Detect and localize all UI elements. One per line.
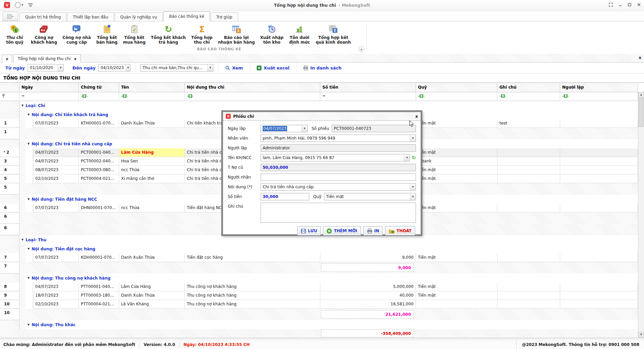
group-row[interactable]: ▼Nội dung: Thu công nợ khách hàng [0,273,644,283]
collapse-arrow-icon[interactable]: ▼ [21,104,23,107]
minimize-button[interactable] [618,2,623,7]
abc-filter-icon: aBc [562,94,569,98]
table-row[interactable]: 707/07/2023KDH00001-070...Danh Xuân Thừa… [0,253,644,262]
save-button[interactable]: LƯU [297,226,321,236]
exit-button[interactable]: THOÁT [385,226,415,236]
collapse-arrow-icon[interactable]: ▼ [28,198,30,201]
created-date-input[interactable]: 04/07/2023 ▼ [261,125,308,132]
dropdown-arrow-icon[interactable]: ▼ [126,64,130,71]
row-header-cell [0,195,19,204]
column-header-6[interactable]: Quỹ [416,83,497,92]
ribbon-item-5[interactable]: ✓Tổng kếtmua hàng [120,23,148,46]
dialog-close-button[interactable]: x [415,114,418,119]
note-textarea[interactable] [261,203,416,223]
add-new-button[interactable]: THÊM MỚI [323,226,361,236]
scrollbar-thumb[interactable] [639,98,644,127]
dropdown-arrow-icon[interactable]: ▼ [207,64,213,71]
table-row[interactable]: 1002/10/2023PTT00004-021...Lê Văn KhángT… [0,300,644,309]
filter-cell-1[interactable]: = [19,92,79,101]
scroll-up-button[interactable]: ▲ [638,92,644,98]
vertical-scrollbar[interactable]: ▲ ▼ [638,92,644,338]
menu-tab-2[interactable]: Thiết lập ban đầu [67,12,114,21]
employee-select[interactable]: pmh, Phạm Minh Hải, 0979 596 949 ▼ [261,135,416,142]
ribbon-item-8[interactable]: ΣBáo cáo lợinhuận bán hàng [215,23,258,46]
column-header-3[interactable]: Tên [119,83,185,92]
document-tab[interactable]: Tổng hợp nội dung thu chi x [13,54,81,63]
table-row[interactable]: 804/07/2023PTT00001-040...Lâm Cửa HàngTh… [0,283,644,291]
ribbon-item-6[interactable]: ↻Tổng kết kháchtrả hàng [148,23,189,46]
ribbon-item-9[interactable]: Xuất nhậptồn kho [258,23,286,46]
ribbon-item-1[interactable]: €$Thu chitồn quỹ [1,23,28,46]
ribbon-item-2[interactable]: Công nợkhách hàng [28,23,60,46]
menu-tab-4[interactable]: Báo cáo thống kê [163,11,210,21]
window-launcher-button[interactable] [3,12,18,21]
to-date-input[interactable]: 04/10/2023 ▼ [98,64,130,71]
group-row[interactable]: ▼Loại: Chi [0,101,644,110]
tabstrip-close-button[interactable]: x [639,55,641,60]
maximize-button[interactable] [627,2,632,7]
dialog-titlebar[interactable]: V Phiếu chi x [223,112,421,121]
menu-tab-1[interactable]: Quản trị hệ thống [19,12,66,21]
group-row[interactable]: ▼Nội dung: Thu khác [0,320,644,329]
creator-cell [560,174,638,183]
column-header-7[interactable]: Ghi chú [497,83,560,92]
collapse-arrow-icon[interactable]: ▼ [28,323,30,326]
collapse-arrow-icon[interactable]: ▼ [21,238,23,241]
filter-cell-8[interactable]: aBc [560,92,638,101]
print-button[interactable]: IN [363,226,383,236]
column-header-1[interactable]: Ngày [19,83,79,92]
collapse-arrow-icon[interactable]: ▼ [28,113,30,116]
group-row[interactable]: ▼Loại: Thu [0,235,644,244]
partner-select[interactable]: lam, Lâm Cửa Hàng, 0915 75 66 87 ▼ [261,154,410,161]
ribbon-collapse-button[interactable]: ▲ [359,46,364,52]
column-header-8[interactable]: Người lập [560,83,638,92]
print-list-button[interactable]: In danh sách [301,65,343,70]
dropdown-arrow-icon[interactable]: ▼ [58,64,63,71]
filter-cell-3[interactable]: aBc [119,92,185,101]
export-excel-button[interactable]: Xuất excel [255,65,291,70]
document-no-cell: PTT00004-021... [79,300,119,309]
ribbon-item-3[interactable]: Công nợ nhàcung cấp [60,23,94,46]
tab-close-icon[interactable]: x [74,57,76,61]
table-row[interactable]: 918/07/2023PTT00003-180...Danh Xuân Thừa… [0,291,644,300]
filter-cell-2[interactable]: aBc [79,92,119,101]
dropdown-arrow-icon[interactable]: ▼ [410,184,416,190]
filter-cell-7[interactable]: aBc [497,92,560,101]
group-row[interactable]: ▼Nội dung: Tiền đặt cọc hàng [0,244,644,253]
dropdown-arrow-icon[interactable]: ▼ [404,154,410,161]
close-button[interactable] [637,2,641,7]
filter-pin-cell[interactable] [0,92,19,101]
ribbon-item-11[interactable]: ΣTổng hợp kếtquả kinh doanh [313,23,354,46]
report-type-select[interactable]: Thu chi mua bán,Thu chi qu... ▼ [140,64,213,71]
refresh-icon[interactable]: ↻ [412,155,416,161]
close-all-tabs-button[interactable]: x [2,55,12,62]
amount-input[interactable]: 30,000 [261,193,309,200]
group-label: ▼Nội dung: Thu công nợ khách hàng [25,273,644,283]
dropdown-arrow-icon[interactable]: ▼ [410,193,416,200]
view-button[interactable]: Xem [223,65,245,70]
fullscreen-button[interactable] [608,2,613,7]
column-header-5[interactable]: Số tiền [320,83,416,92]
content-select[interactable]: Chi trả tiền nhà cung cấp ▼ [261,183,416,191]
filter-cell-4[interactable]: aBc [185,92,320,101]
indent-rail [19,110,25,119]
collapse-arrow-icon[interactable]: ▼ [28,277,30,280]
fund-select[interactable]: Tiền mặt ▼ [324,193,416,200]
from-date-input[interactable]: 01/10/2020 ▼ [28,64,64,71]
dropdown-arrow-icon[interactable]: ▼ [410,135,416,142]
collapse-arrow-icon[interactable]: ▼ [28,142,30,145]
filter-cell-6[interactable]: aBc [416,92,497,101]
column-header-2[interactable]: Chứng từ [79,83,119,92]
column-header-4[interactable]: Nội dung thu chi [185,83,320,92]
filter-cell-5[interactable]: = [320,92,416,101]
collapse-arrow-icon[interactable]: ▼ [28,247,30,250]
indent-rail [19,195,25,204]
menu-tab-5[interactable]: Trợ giúp [211,12,238,21]
ribbon-item-4[interactable]: Tổng kếtbán hàng [94,23,120,46]
ribbon-item-7[interactable]: ΣTổng hợpthu chi [189,23,215,46]
menu-tab-3[interactable]: Quản lý nghiệp vụ [115,12,163,21]
dropdown-arrow-icon[interactable]: ▼ [302,125,307,132]
receiver-input[interactable] [261,173,416,181]
ribbon-item-10[interactable]: Tồn dướiđịnh mức [286,23,313,46]
scroll-down-button[interactable]: ▼ [638,332,644,338]
